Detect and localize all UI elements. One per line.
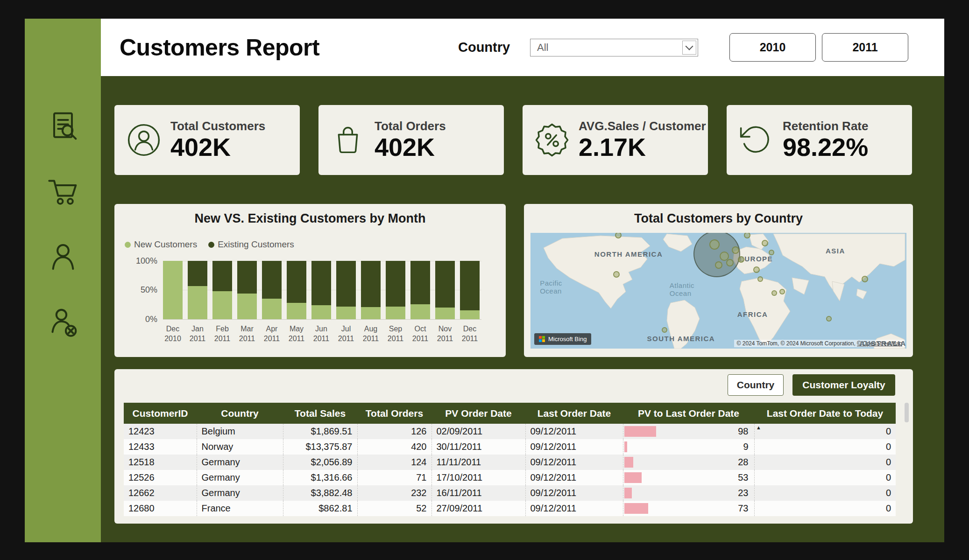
table-cell: 27/09/2011	[431, 501, 525, 516]
bar-jul-2011[interactable]	[336, 261, 356, 319]
bing-logo[interactable]: Microsoft Bing	[534, 333, 591, 345]
kpi-label: Retention Rate	[783, 119, 868, 133]
churn-customers-icon[interactable]	[45, 304, 81, 340]
column-header-pv-order-date[interactable]: PV Order Date	[431, 403, 525, 424]
bar-nov-2011[interactable]	[435, 261, 455, 319]
table-cell: 12423	[124, 424, 197, 439]
column-header-customerid[interactable]: CustomerID	[124, 403, 197, 424]
report-canvas: Total Customers 402K Total Orders 402K	[101, 76, 944, 542]
table-cell: France	[197, 501, 283, 516]
map-bubble[interactable]	[662, 327, 667, 333]
column-header-country[interactable]: Country	[197, 403, 283, 424]
country-tab-button[interactable]: Country	[728, 374, 784, 396]
cart-icon[interactable]	[45, 174, 81, 209]
table-scrollbar-thumb[interactable]	[905, 403, 909, 422]
kpi-value: 402K	[170, 133, 265, 161]
table-cell: 30/11/2011	[431, 439, 525, 455]
bar-sep-2011[interactable]	[386, 261, 405, 319]
table-row[interactable]: 12518Germany$2,056.8912411/11/201109/12/…	[124, 455, 896, 470]
table-cell: Norway	[197, 439, 283, 455]
bar-apr-2011[interactable]	[262, 261, 282, 319]
table-cell: 0	[754, 485, 896, 501]
table-row[interactable]: 12680France$862.815227/09/201109/12/2011…	[124, 501, 896, 516]
sidebar	[25, 19, 101, 542]
table-scrollbar[interactable]	[905, 403, 909, 516]
year-2010-button[interactable]: 2010	[729, 33, 816, 62]
x-axis-label: Feb2011	[212, 324, 232, 344]
kpi-value: 2.17K	[579, 133, 706, 161]
new-customers-segment	[361, 307, 381, 319]
table-row[interactable]: 12433Norway$13,375.8742030/11/201109/12/…	[124, 439, 896, 455]
map-bubble[interactable]	[779, 289, 785, 294]
column-header-last-order-date-to-today[interactable]: Last Order Date to Today	[754, 403, 896, 424]
x-axis-label: Nov2011	[435, 324, 455, 344]
new-customers-segment	[212, 291, 232, 319]
table-cell: 09/12/2011	[525, 439, 623, 455]
databar-cell: 23	[623, 485, 754, 501]
column-header-total-orders[interactable]: Total Orders	[357, 403, 431, 424]
legend-label: Existing Customers	[218, 239, 294, 250]
bar-may-2011[interactable]	[287, 261, 306, 319]
bar-jun-2011[interactable]	[311, 261, 331, 319]
table-cell: 02/09/2011	[431, 424, 525, 439]
report-icon[interactable]	[45, 108, 81, 144]
map-bubble[interactable]	[732, 246, 739, 254]
bar-aug-2011[interactable]	[361, 261, 381, 319]
map-label-pacific: Pacific Ocean	[540, 279, 562, 295]
map-label-africa: AFRICA	[737, 310, 768, 318]
table-cell: Germany	[197, 455, 283, 470]
map-bubble[interactable]	[715, 261, 722, 269]
new-customers-segment	[460, 310, 480, 319]
bar-oct-2011[interactable]	[410, 261, 430, 319]
bing-map[interactable]: Microsoft Bing © 2024 TomTom, © 2024 Mic…	[530, 233, 906, 349]
y-axis-tick: 100%	[114, 256, 157, 266]
country-dropdown[interactable]: All	[530, 39, 698, 56]
table-row[interactable]: 12423Belgium$1,869.5112602/09/201109/12/…	[124, 424, 896, 439]
databar	[624, 472, 642, 483]
kpi-value: 402K	[375, 133, 446, 161]
map-bubble[interactable]	[738, 256, 744, 263]
map-title: Total Customers by Country	[524, 211, 913, 226]
column-header-last-order-date[interactable]: Last Order Date	[525, 403, 623, 424]
x-axis-label: Dec2011	[460, 324, 480, 344]
table-row[interactable]: 12526Germany$1,316.667117/10/201109/12/2…	[124, 470, 896, 485]
table-cell: 0	[754, 439, 896, 455]
map-bubble[interactable]	[757, 276, 763, 282]
legend-dot-icon	[125, 242, 131, 248]
cell-pv-to-last-order-date: 53	[623, 470, 754, 485]
table-cell: 09/12/2011	[525, 470, 623, 485]
table-cell: 12433	[124, 439, 197, 455]
customers-map-card: Total Customers by Country	[524, 204, 913, 357]
existing-customers-segment	[336, 261, 356, 307]
customer-loyalty-tab-button[interactable]: Customer Loyalty	[792, 374, 895, 396]
column-header-total-sales[interactable]: Total Sales	[283, 403, 357, 424]
map-bubble[interactable]	[693, 233, 740, 277]
customers-icon[interactable]	[45, 239, 81, 274]
legend-label: New Customers	[134, 239, 197, 250]
dropdown-button[interactable]	[682, 41, 696, 55]
map-bubble[interactable]	[744, 233, 750, 238]
map-bubble[interactable]	[826, 316, 832, 322]
column-header-pv-to-last-order-date[interactable]: PV to Last Order Date	[623, 403, 754, 424]
databar-cell: 98	[623, 424, 754, 439]
bar-dec-2011[interactable]	[460, 261, 480, 319]
table-cell: $1,869.51	[283, 424, 357, 439]
legend-item-existing-customers: Existing Customers	[208, 239, 294, 250]
cell-pv-to-last-order-date: 23	[623, 485, 754, 501]
databar-value: 73	[738, 503, 748, 514]
table-row[interactable]: 12662Germany$3,882.4823216/11/201109/12/…	[124, 485, 896, 501]
bing-logo-text: Microsoft Bing	[548, 336, 587, 343]
new-vs-existing-chart-card: New VS. Existing Customers by Month New …	[114, 204, 506, 357]
bar-jan-2011[interactable]	[188, 261, 207, 319]
databar-value: 23	[738, 488, 748, 498]
table-cell: 12662	[124, 485, 197, 501]
bar-feb-2011[interactable]	[212, 261, 232, 319]
databar-cell: 28	[623, 455, 754, 470]
year-2011-button[interactable]: 2011	[822, 33, 908, 62]
bar-dec-2010[interactable]	[163, 261, 183, 319]
table-cell: 0	[754, 470, 896, 485]
existing-customers-segment	[311, 261, 331, 305]
x-axis-label: Mar2011	[237, 324, 257, 344]
bar-mar-2011[interactable]	[237, 261, 257, 319]
table-cell: 09/12/2011	[525, 485, 623, 501]
